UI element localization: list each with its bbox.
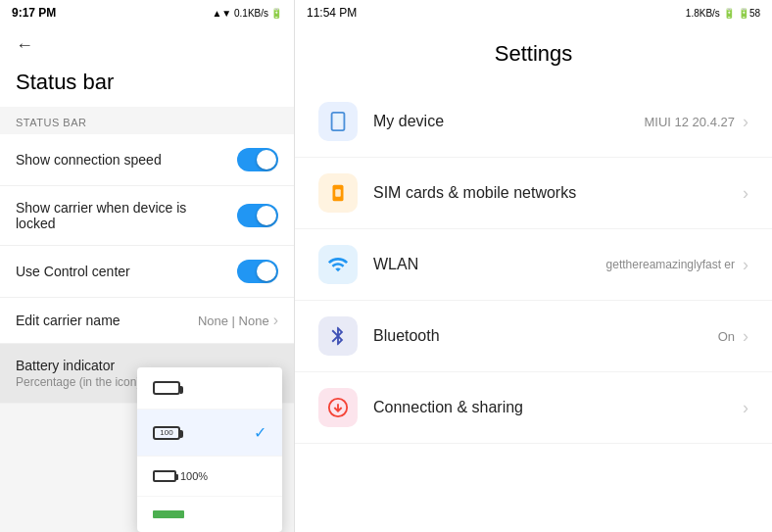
battery-option-percent[interactable]: 100% xyxy=(137,457,282,497)
settings-list: Show connection speed Show carrier when … xyxy=(0,134,294,404)
battery-indicator-sublabel: Percentage (in the icon) xyxy=(16,375,140,389)
battery-option-outline[interactable] xyxy=(137,367,282,410)
connection-sharing-icon xyxy=(318,388,358,427)
battery-number-icon: 100 xyxy=(153,426,180,440)
settings-row-sim-cards[interactable]: SIM cards & mobile networks › xyxy=(295,158,772,229)
battery-indicator-label: Battery indicator xyxy=(16,358,140,373)
left-panel: 9:17 PM ▲▼ 0.1KB/s 🔋 ← Status bar STATUS… xyxy=(0,0,294,532)
settings-row-bluetooth[interactable]: Bluetooth On › xyxy=(295,301,772,372)
back-arrow-icon[interactable]: ← xyxy=(16,35,33,56)
settings-item-edit-carrier-name[interactable]: Edit carrier name None | None › xyxy=(0,298,294,344)
time-left: 9:17 PM xyxy=(12,6,56,20)
settings-row-connection-sharing[interactable]: Connection & sharing › xyxy=(295,372,772,444)
my-device-icon xyxy=(318,102,358,141)
back-header[interactable]: ← xyxy=(0,25,294,66)
show-carrier-locked-toggle[interactable] xyxy=(237,204,278,227)
svg-rect-1 xyxy=(334,115,341,125)
speed-right: 1.8KB/s xyxy=(686,8,720,19)
settings-item-show-connection-speed[interactable]: Show connection speed xyxy=(0,134,294,186)
sim-cards-label: SIM cards & mobile networks xyxy=(373,184,743,202)
bluetooth-label: Bluetooth xyxy=(373,327,718,345)
my-device-chevron: › xyxy=(743,112,748,132)
wlan-label: WLAN xyxy=(373,256,606,273)
edit-carrier-name-label: Edit carrier name xyxy=(16,313,198,328)
wlan-icon xyxy=(318,245,358,284)
show-carrier-locked-label: Show carrier when device is locked xyxy=(16,200,237,231)
section-label: STATUS BAR xyxy=(0,107,294,134)
page-title-left: Status bar xyxy=(0,66,294,107)
connection-sharing-chevron: › xyxy=(743,398,748,418)
settings-row-wlan[interactable]: WLAN getthereamazinglyfast er › xyxy=(295,229,772,301)
battery-dropdown: 100 ✓ 100% xyxy=(137,367,282,532)
bat-percent-text: 100% xyxy=(180,470,208,482)
battery-percent-right: 🔋58 xyxy=(738,8,760,19)
my-device-value: MIUI 12 20.4.27 xyxy=(645,115,736,129)
sim-cards-chevron: › xyxy=(743,183,748,204)
status-bar-left: 9:17 PM ▲▼ 0.1KB/s 🔋 xyxy=(0,0,294,25)
battery-option-bar[interactable] xyxy=(137,497,282,532)
my-device-label: My device xyxy=(373,113,645,130)
connection-sharing-label: Connection & sharing xyxy=(373,399,743,416)
show-connection-speed-toggle[interactable] xyxy=(237,148,278,171)
sim-cards-icon xyxy=(318,173,358,213)
check-mark-icon: ✓ xyxy=(254,423,266,442)
settings-item-show-carrier-locked[interactable]: Show carrier when device is locked xyxy=(0,186,294,246)
battery-option-number[interactable]: 100 ✓ xyxy=(137,410,282,457)
edit-carrier-name-value: None | None › xyxy=(198,312,278,329)
wlan-value: getthereamazinglyfast er xyxy=(606,258,735,271)
status-bar-right: 11:54 PM 1.8KB/s 🔋 🔋58 xyxy=(295,0,772,25)
bluetooth-value: On xyxy=(718,329,735,344)
settings-row-my-device[interactable]: My device MIUI 12 20.4.27 › xyxy=(295,86,772,158)
signal-speed-left: ▲▼ 0.1KB/s xyxy=(212,8,268,19)
carrier-name-text: None | None xyxy=(198,314,269,328)
wlan-chevron: › xyxy=(743,255,748,275)
right-panel: 11:54 PM 1.8KB/s 🔋 🔋58 Settings My devic… xyxy=(294,0,772,532)
battery-icon-left: 🔋 xyxy=(270,8,282,19)
battery-icon-right: 🔋 xyxy=(723,8,735,19)
page-title-right: Settings xyxy=(295,25,772,86)
carrier-name-chevron: › xyxy=(273,312,278,329)
battery-outline-icon xyxy=(153,381,180,395)
svg-rect-3 xyxy=(335,189,341,196)
battery-bar-icon xyxy=(153,510,184,518)
settings-item-use-control-center[interactable]: Use Control center xyxy=(0,246,294,298)
bluetooth-icon xyxy=(318,316,358,356)
show-connection-speed-label: Show connection speed xyxy=(16,152,237,168)
bluetooth-chevron: › xyxy=(743,326,748,347)
bat-icon xyxy=(153,470,176,482)
use-control-center-toggle[interactable] xyxy=(237,260,278,283)
time-right: 11:54 PM xyxy=(307,6,357,20)
status-icons-left: ▲▼ 0.1KB/s 🔋 xyxy=(212,8,282,19)
use-control-center-label: Use Control center xyxy=(16,264,237,279)
status-icons-right: 1.8KB/s 🔋 🔋58 xyxy=(686,8,760,19)
battery-percent-icon: 100% xyxy=(153,470,208,482)
battery-indicator-texts: Battery indicator Percentage (in the ico… xyxy=(16,358,140,389)
